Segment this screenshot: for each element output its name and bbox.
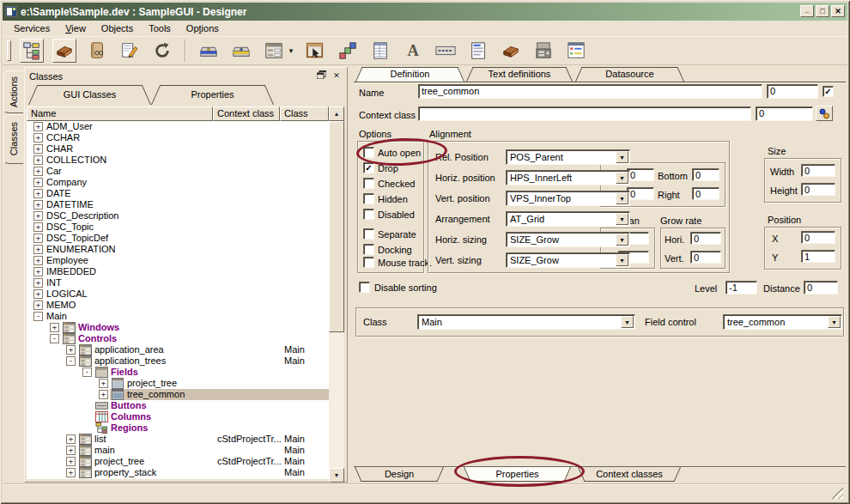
hierarchy-icon[interactable] [20,39,44,63]
collapse-minus-icon[interactable]: - [66,356,76,366]
tree-row-application-trees[interactable]: -application_treesMain [27,355,329,367]
cabinet-icon[interactable] [531,39,556,63]
checkbox-auto-open[interactable] [363,147,374,158]
expand-plus-icon[interactable]: + [33,155,43,165]
chevron-down-icon[interactable]: ▼ [621,316,634,328]
tree-row-controls[interactable]: -Controls [27,333,329,344]
expand-plus-icon[interactable]: + [33,289,43,299]
tree-row-windows[interactable]: +Windows [27,322,329,333]
expand-plus-icon[interactable]: + [66,457,76,466]
gem-icon[interactable] [52,39,76,63]
tree-row-collection[interactable]: +COLLECTION [27,155,329,166]
expand-plus-icon[interactable]: + [66,434,76,444]
grid-list-icon[interactable] [368,39,392,63]
collapse-minus-icon[interactable]: - [50,334,59,343]
tree-row-memo[interactable]: +MEMO [27,300,329,311]
column-header-context-class[interactable]: Context class [213,106,280,121]
letter-a-icon[interactable]: A [401,39,425,63]
scroll-up-icon[interactable]: ▲ [329,106,344,121]
grow-rate-vert-input[interactable]: 0 [690,251,721,264]
tab-context-classes[interactable]: Context classes [578,467,681,482]
combo-horiz-position[interactable]: HPS_InnerLeft▼ [506,170,630,185]
column-header-class[interactable]: Class [280,106,329,121]
float-panel-icon[interactable] [315,70,327,82]
checkbox-drop[interactable]: ✓ [363,162,374,173]
tree-row-employee[interactable]: +Employee [27,255,329,266]
context-lookup-button[interactable] [816,106,833,121]
dock-tab-classes[interactable]: Classes [3,114,23,164]
expand-plus-icon[interactable]: + [33,122,43,131]
expand-plus-icon[interactable]: + [33,222,43,232]
tab-properties[interactable]: Properties [464,467,571,482]
dock-tab-actions[interactable]: Actions [3,70,23,113]
tree-row-int[interactable]: +INT [27,277,329,288]
margin-left-input[interactable]: 0 [627,187,654,200]
chevron-down-icon[interactable]: ▼ [616,151,628,163]
tree-row-buttons[interactable]: Buttons [27,400,329,411]
expand-plus-icon[interactable]: + [33,189,43,198]
tab-gui-classes[interactable]: GUI Classes [28,85,151,105]
toolbar-handle[interactable] [7,40,11,61]
classes-panel-header[interactable]: Classes ✕ [26,69,346,83]
list-detail-icon[interactable] [466,39,490,63]
checkbox-mouse-track[interactable] [363,257,374,268]
tree-row-dsc-topicdef[interactable]: +DSC_TopicDef [27,233,329,244]
expand-plus-icon[interactable]: + [99,379,108,388]
expand-plus-icon[interactable]: + [66,446,76,455]
disable-sorting-checkbox[interactable] [359,282,370,293]
expand-plus-icon[interactable]: + [33,267,43,276]
name-index-input[interactable]: 0 [767,84,818,99]
color-links-icon[interactable] [336,39,360,63]
tree-row-main[interactable]: -Main [27,311,329,322]
menu-item-objects[interactable]: Objects [94,21,141,35]
checkbox-disabled[interactable] [363,209,374,220]
tree-row-fields[interactable]: -Fields [27,367,329,378]
chevron-down-icon[interactable]: ▼ [616,234,628,246]
menu-item-view[interactable]: View [58,21,94,35]
expand-plus-icon[interactable]: + [33,301,43,310]
chevron-down-icon[interactable]: ▼ [616,192,628,204]
window-pointer-icon[interactable] [303,39,327,63]
expand-plus-icon[interactable]: + [99,390,108,399]
menu-item-options[interactable]: Options [179,21,227,35]
tree-row-columns[interactable]: Columns [27,411,329,422]
expand-plus-icon[interactable]: + [33,144,43,154]
tab-design[interactable]: Design [355,467,444,482]
tree-row-application-area[interactable]: +application_areaMain [27,344,329,355]
scroll-down-icon[interactable]: ▼ [329,468,344,483]
tree-row-datetime[interactable]: +DATETIME [27,199,329,210]
tree-row-char[interactable]: +CHAR [27,143,329,155]
expand-plus-icon[interactable]: + [33,256,43,265]
combo-rel-position[interactable]: POS_Parent▼ [506,149,630,165]
tree-row-company[interactable]: +Company [27,177,329,188]
edit-page-icon[interactable] [118,39,142,63]
chevron-down-icon[interactable]: ▼ [616,213,628,225]
tree-row-main[interactable]: +mainMain [27,445,329,456]
tab-properties-left[interactable]: Properties [151,85,274,105]
tree-row-car[interactable]: +Car [27,166,329,177]
tree-row-property-stack[interactable]: +property_stackMain [27,467,329,478]
expand-plus-icon[interactable]: + [33,133,43,143]
distance-input[interactable]: 0 [804,281,838,295]
expand-plus-icon[interactable]: + [50,323,59,332]
combo-vert-sizing[interactable]: SIZE_Grow▼ [506,252,630,268]
minimize-button[interactable]: _ [800,5,814,17]
checkbox-checked[interactable] [363,178,374,189]
drawer-yellow-icon[interactable] [229,39,253,63]
expand-plus-icon[interactable]: + [33,200,43,209]
chevron-down-icon[interactable]: ▼ [828,316,841,328]
context-index-input[interactable]: 0 [756,106,813,121]
tree-row-dsc-topic[interactable]: +DSC_Topic [27,222,329,233]
name-input[interactable]: tree_common [418,84,762,99]
mini-button-icon[interactable] [434,39,458,63]
tree-row-project-tree[interactable]: +project_treecStdProjectTr...Main [27,456,329,467]
combo-horiz-sizing[interactable]: SIZE_Grow▼ [506,232,630,247]
tree-row-adm-user[interactable]: +ADM_User [27,121,329,132]
chevron-down-icon[interactable]: ▼ [616,254,628,266]
context-class-input[interactable] [418,106,751,121]
margin-right-input[interactable]: 0 [692,187,719,200]
tree-row-list[interactable]: +listcStdProjectTr...Main [27,434,329,445]
close-button[interactable]: ✕ [831,5,845,17]
form-window-icon[interactable] [262,39,286,63]
tree-row-imbedded[interactable]: +IMBEDDED [27,266,329,277]
